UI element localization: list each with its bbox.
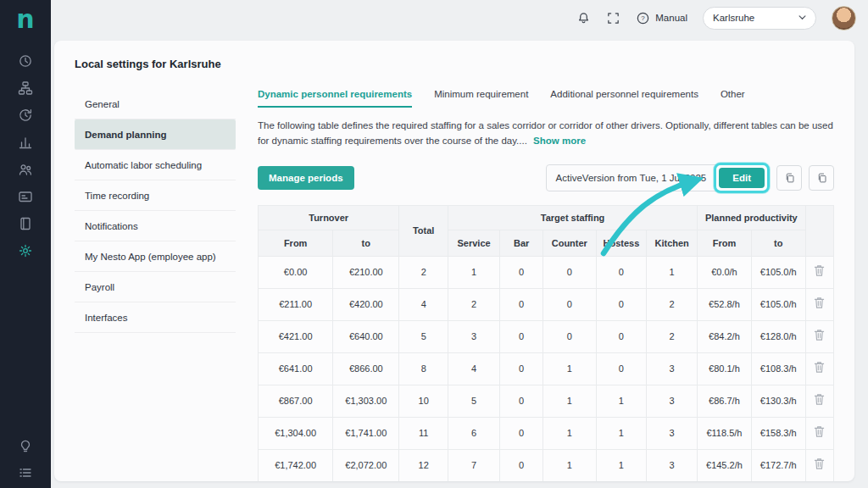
- requirements-table: Turnover Total Target staffing Planned p…: [258, 205, 834, 481]
- delete-row-button[interactable]: [812, 424, 826, 442]
- trash-icon: [814, 425, 825, 438]
- fullscreen-icon[interactable]: [606, 11, 620, 25]
- nav-item-label: Time recording: [85, 191, 149, 201]
- settings-nav-item[interactable]: General: [75, 89, 236, 119]
- cell-bar: 0: [500, 352, 543, 385]
- tutorial-highlight: Edit: [714, 163, 770, 193]
- edit-button[interactable]: Edit: [719, 168, 765, 188]
- tab[interactable]: Other: [721, 89, 745, 108]
- nav-item-label: Demand planning: [85, 130, 166, 140]
- cell-turnover-to: €2,072.00: [333, 449, 399, 481]
- cell-turnover-from: €1,304.00: [259, 417, 333, 449]
- delete-row-button[interactable]: [812, 359, 826, 378]
- gear-icon[interactable]: [18, 243, 33, 258]
- copy-icon: [784, 172, 795, 184]
- avatar[interactable]: [832, 6, 856, 30]
- nav-item-label: My Nesto App (employee app): [85, 252, 216, 262]
- app-sidebar: n: [0, 0, 51, 488]
- cell-service: 1: [448, 256, 500, 288]
- cell-productivity-from: €86.7/h: [698, 385, 752, 417]
- col-group-turnover: Turnover: [259, 205, 399, 230]
- show-more-link[interactable]: Show more: [533, 136, 586, 146]
- tab-bar: Dynamic personnel requirementsMinimum re…: [258, 89, 834, 108]
- cell-kitchen: 3: [647, 417, 698, 449]
- manual-help[interactable]: ? Manual: [636, 11, 687, 25]
- cell-counter: 1: [543, 385, 596, 417]
- cell-actions: [805, 320, 833, 352]
- cell-productivity-to: €105.0/h: [751, 256, 805, 288]
- bar-chart-icon[interactable]: [18, 135, 33, 150]
- cell-productivity-from: €145.2/h: [698, 449, 752, 481]
- bell-icon[interactable]: [576, 11, 591, 25]
- settings-nav-item[interactable]: Payroll: [75, 272, 236, 302]
- users-icon[interactable]: [18, 162, 33, 177]
- col-turnover-to: to: [333, 230, 399, 256]
- delete-row-button[interactable]: [812, 263, 826, 281]
- settings-nav-item[interactable]: Time recording: [75, 180, 236, 211]
- settings-nav-item[interactable]: My Nesto App (employee app): [75, 241, 236, 272]
- table-row: €1,304.00 €1,741.00 11 6 0 1 1 3 €118.5/…: [259, 417, 834, 449]
- settings-nav-item[interactable]: Interfaces: [75, 302, 236, 333]
- list-icon[interactable]: [18, 465, 33, 480]
- clock-icon[interactable]: [18, 53, 33, 69]
- location-select[interactable]: Karlsruhe: [703, 7, 816, 30]
- page-title: Local settings for Karlsruhe: [75, 58, 834, 70]
- trash-icon: [814, 361, 825, 374]
- cell-actions: [805, 385, 833, 417]
- col-productivity-from: From: [698, 230, 752, 256]
- lightbulb-icon[interactable]: [18, 438, 33, 453]
- tab[interactable]: Additional personnel requirements: [550, 89, 698, 108]
- settings-nav-item[interactable]: Notifications: [75, 211, 236, 241]
- cell-turnover-from: €0.00: [259, 256, 333, 288]
- cell-actions: [805, 352, 833, 385]
- delete-row-button[interactable]: [812, 456, 826, 474]
- table-row: €1,742.00 €2,072.00 12 7 0 1 1 3 €145.2/…: [259, 449, 834, 481]
- cell-service: 4: [448, 352, 500, 385]
- cell-turnover-to: €1,303.00: [333, 385, 399, 417]
- delete-row-button[interactable]: [812, 327, 826, 346]
- delete-row-button[interactable]: [812, 295, 826, 313]
- cell-productivity-to: €158.3/h: [751, 417, 805, 449]
- table-row: €0.00 €210.00 2 1 0 0 0 1 €0.0/h €105.0/…: [259, 256, 834, 288]
- copy-version-button[interactable]: [776, 165, 802, 191]
- tab[interactable]: Minimum requirement: [434, 89, 528, 108]
- cell-actions: [805, 417, 833, 449]
- cell-hostess: 1: [596, 417, 647, 449]
- tab[interactable]: Dynamic personnel requirements: [258, 89, 412, 108]
- cell-actions: [805, 449, 833, 481]
- cell-hostess: 0: [596, 352, 647, 385]
- col-total: Total: [399, 205, 448, 256]
- cell-turnover-from: €211.00: [259, 288, 333, 320]
- cell-service: 7: [448, 449, 500, 481]
- col-service: Service: [448, 230, 500, 256]
- cell-turnover-to: €420.00: [333, 288, 399, 320]
- settings-nav-item[interactable]: Automatic labor scheduling: [75, 150, 236, 180]
- col-group-planned-productivity: Planned productivity: [698, 205, 806, 230]
- trash-icon: [814, 329, 825, 341]
- app-logo[interactable]: n: [16, 7, 34, 32]
- cell-hostess: 1: [596, 385, 647, 417]
- cell-counter: 1: [543, 352, 596, 385]
- cell-hostess: 0: [596, 256, 647, 288]
- cell-service: 3: [448, 320, 500, 352]
- cell-bar: 0: [500, 256, 543, 288]
- nav-item-label: Interfaces: [85, 313, 128, 323]
- trash-icon: [814, 458, 825, 470]
- duplicate-version-button[interactable]: [809, 165, 834, 191]
- col-kitchen: Kitchen: [647, 230, 698, 256]
- delete-row-button[interactable]: [812, 391, 826, 410]
- cell-kitchen: 2: [647, 288, 698, 320]
- trash-icon: [814, 297, 825, 309]
- cell-turnover-to: €210.00: [333, 256, 399, 288]
- cell-productivity-to: €105.0/h: [751, 288, 805, 320]
- cell-productivity-from: €80.1/h: [698, 352, 752, 385]
- org-chart-icon[interactable]: [18, 80, 33, 96]
- manage-periods-button[interactable]: Manage periods: [258, 166, 354, 190]
- history-icon[interactable]: [18, 108, 33, 123]
- cell-hostess: 0: [596, 288, 647, 320]
- id-card-icon[interactable]: [18, 189, 33, 204]
- cell-bar: 0: [500, 320, 543, 352]
- col-group-target-staffing: Target staffing: [448, 205, 698, 230]
- book-icon[interactable]: [18, 216, 33, 231]
- settings-nav-item[interactable]: Demand planning: [75, 119, 236, 150]
